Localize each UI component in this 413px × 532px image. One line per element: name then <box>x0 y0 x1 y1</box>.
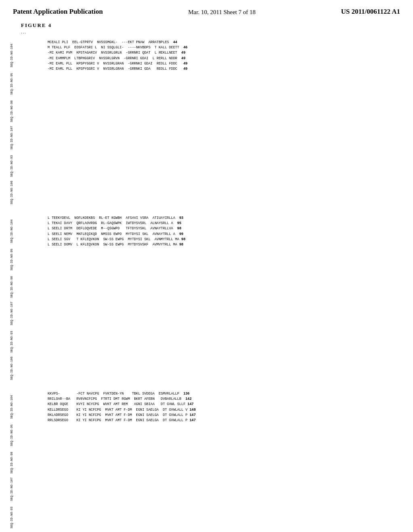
page-header: Patent Application Publication Mar. 10, … <box>0 0 413 17</box>
publication-title: Patent Application Publication <box>13 7 103 16</box>
seq-ids-col-2: SEQ-ID-NO-104 SEQ-ID-NO-95 SEQ-ID-NO-98 … <box>10 216 46 380</box>
figure-content: SEQ-ID-NO-104 SEQ-ID-NO-95 SEQ-ID-NO-98 … <box>0 35 413 532</box>
publication-number: US 2011/0061122 A1 <box>341 7 400 16</box>
alignment-group-2: SEQ-ID-NO-104 SEQ-ID-NO-95 SEQ-ID-NO-98 … <box>10 216 403 380</box>
alignment-group-3: SEQ-ID-NO-104 SEQ-ID-NO-95 SEQ-ID-NO-98 … <box>10 391 403 532</box>
seq-ids-col-3: SEQ-ID-NO-104 SEQ-ID-NO-95 SEQ-ID-NO-98 … <box>10 391 46 532</box>
alignment-data-2: L TEEKYDEVL NOFLKOEKBS RL-ET KGWBH AFSAV… <box>48 216 403 247</box>
alignment-group-1: SEQ-ID-NO-104 SEQ-ID-NO-95 SEQ-ID-NO-98 … <box>10 40 403 204</box>
publication-date-sheet: Mar. 10, 2011 Sheet 7 of 18 <box>188 7 256 17</box>
alignment-data-3: KKVPS- -FCT NAVCPG FVKTDEN-YN TBKL SVDEG… <box>48 391 403 423</box>
alignment-data-1: MCEALI PLI EEL-GTPRTV NVSSSMGKL- ---EKT … <box>48 40 403 72</box>
figure-label: FIGURE 4 ... <box>0 17 413 35</box>
seq-ids-col-1: SEQ-ID-NO-104 SEQ-ID-NO-95 SEQ-ID-NO-98 … <box>10 40 46 204</box>
